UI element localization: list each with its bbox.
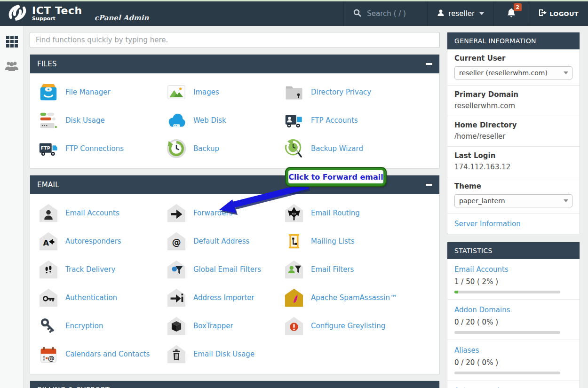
cpanel-admin-label: cPanel Admin bbox=[95, 14, 149, 22]
feature-label[interactable]: Track Delivery bbox=[65, 265, 115, 274]
feature-backup-wizard[interactable]: Backup Wizard bbox=[283, 135, 439, 163]
info-value: 174.112.163.12 bbox=[454, 163, 572, 171]
navbar-search[interactable]: Search ( / ) bbox=[343, 1, 427, 26]
theme-select[interactable]: paper_lantern bbox=[454, 194, 572, 207]
feature-label[interactable]: BoxTrapper bbox=[193, 322, 233, 330]
feature-label[interactable]: Address Importer bbox=[193, 293, 254, 302]
feature-label[interactable]: FTP Accounts bbox=[311, 116, 358, 125]
apps-grid-icon[interactable] bbox=[0, 31, 24, 52]
feature-label[interactable]: Email Filters bbox=[311, 265, 354, 274]
info-label: Home Directory bbox=[454, 121, 572, 129]
feature-global-email-filters[interactable]: Global Email Filters bbox=[165, 255, 283, 284]
left-rail bbox=[0, 26, 24, 388]
feature-encryption[interactable]: Encryption bbox=[37, 312, 165, 340]
server-information-row: Server Information bbox=[447, 213, 580, 234]
feature-label[interactable]: Directory Privacy bbox=[311, 88, 371, 96]
stat-label[interactable]: Addon Domains bbox=[454, 306, 510, 314]
feature-label[interactable]: Default Address bbox=[193, 237, 249, 245]
quick-find-input[interactable] bbox=[30, 32, 440, 48]
feature-file-manager[interactable]: File Manager bbox=[37, 78, 165, 106]
ftp-connections-icon: FTP bbox=[37, 137, 60, 160]
feature-label[interactable]: Email Routing bbox=[311, 209, 360, 217]
feature-label[interactable]: Backup Wizard bbox=[311, 144, 363, 153]
configure-greylisting-icon bbox=[283, 315, 305, 337]
feature-label[interactable]: Images bbox=[193, 88, 219, 96]
feature-backup[interactable]: Backup bbox=[165, 135, 283, 163]
feature-disk-usage[interactable]: Disk Usage bbox=[37, 106, 165, 135]
feature-web-disk[interactable]: Web Disk bbox=[165, 106, 283, 135]
feature-authentication[interactable]: Authentication bbox=[37, 284, 165, 312]
bell-icon: 2 bbox=[507, 8, 516, 19]
stat-value: 0 / 20 ( 0% ) bbox=[454, 358, 572, 367]
feature-apache-spamassassin[interactable]: Apache SpamAssassin™ bbox=[283, 284, 439, 312]
customers-icon[interactable] bbox=[0, 55, 24, 77]
svg-text:A: A bbox=[43, 238, 49, 247]
feature-label[interactable]: Configure Greylisting bbox=[311, 322, 385, 330]
stat-email-accounts: Email Accounts1 / 50 ( 2% ) bbox=[447, 259, 580, 299]
general-information-header: GENERAL INFORMATION bbox=[447, 32, 580, 49]
feature-email-disk-usage[interactable]: Email Disk Usage bbox=[165, 340, 283, 368]
calendars-contacts-icon: @ bbox=[37, 343, 60, 365]
feature-label[interactable]: Web Disk bbox=[193, 116, 226, 125]
server-information-link[interactable]: Server Information bbox=[454, 220, 521, 228]
user-menu[interactable]: reseller bbox=[427, 1, 493, 26]
search-label: Search ( / ) bbox=[367, 9, 406, 18]
feature-label[interactable]: Apache SpamAssassin™ bbox=[311, 293, 397, 302]
feature-label[interactable]: Global Email Filters bbox=[193, 265, 261, 274]
notification-badge: 2 bbox=[514, 3, 522, 11]
feature-label[interactable]: Autoresponders bbox=[65, 237, 121, 245]
stat-autoresponders: Autoresponders1 / ∞ bbox=[447, 380, 580, 388]
svg-text:@: @ bbox=[48, 355, 55, 362]
feature-ftp-connections[interactable]: FTPFTP Connections bbox=[37, 135, 165, 163]
feature-track-delivery[interactable]: Track Delivery bbox=[37, 255, 165, 284]
feature-label[interactable]: Email Disk Usage bbox=[193, 350, 254, 358]
sections: FILESFile ManagerImagesDirectory Privacy… bbox=[30, 54, 440, 388]
directory-privacy-icon bbox=[283, 81, 305, 103]
feature-label[interactable]: Calendars and Contacts bbox=[65, 350, 150, 358]
feature-email-accounts[interactable]: Email Accounts bbox=[37, 199, 165, 227]
panel-title: GENERAL INFORMATION bbox=[454, 37, 536, 45]
section-billing: BILLING & SUPPORT bbox=[30, 380, 440, 388]
select-value: reseller (resellerwhm.com) bbox=[459, 69, 548, 77]
feature-forwarders[interactable]: Forwarders bbox=[165, 199, 283, 227]
logout-label: LOGOUT bbox=[549, 10, 579, 17]
feature-directory-privacy[interactable]: Directory Privacy bbox=[283, 78, 439, 106]
feature-images[interactable]: Images bbox=[165, 78, 283, 106]
feature-email-routing[interactable]: Email Routing bbox=[283, 199, 439, 227]
stat-label[interactable]: Aliases bbox=[454, 346, 479, 355]
brand-logo[interactable]: ICT Tech Support cPanel Admin bbox=[0, 1, 155, 26]
feature-configure-greylisting[interactable]: Configure Greylisting bbox=[283, 312, 439, 340]
collapse-icon[interactable] bbox=[426, 184, 432, 186]
feature-boxtrapper[interactable]: BoxTrapper bbox=[165, 312, 283, 340]
feature-autoresponders[interactable]: AAutoresponders bbox=[37, 227, 165, 255]
info-field-home-directory: Home Directory/home/reseller bbox=[447, 116, 580, 146]
section-grid: File ManagerImagesDirectory PrivacyDisk … bbox=[30, 73, 439, 168]
feature-label[interactable]: Authentication bbox=[65, 293, 117, 302]
search-icon bbox=[353, 9, 361, 19]
feature-address-importer[interactable]: Address Importer bbox=[165, 284, 283, 312]
notifications-button[interactable]: 2 bbox=[493, 1, 529, 26]
statistics-header: STATISTICS bbox=[447, 242, 580, 259]
logout-button[interactable]: LOGOUT bbox=[529, 1, 588, 26]
logo-swoosh-icon bbox=[7, 3, 28, 24]
feature-label[interactable]: FTP Connections bbox=[65, 144, 124, 153]
feature-label[interactable]: Email Accounts bbox=[65, 209, 119, 217]
feature-calendars-and-contacts[interactable]: @Calendars and Contacts bbox=[37, 340, 165, 368]
mailing-lists-icon bbox=[283, 230, 305, 253]
stat-value: 1 / 50 ( 2% ) bbox=[454, 277, 572, 286]
feature-label[interactable]: Disk Usage bbox=[65, 116, 105, 125]
web-disk-icon bbox=[165, 109, 188, 132]
feature-ftp-accounts[interactable]: FTP Accounts bbox=[283, 106, 439, 135]
feature-label[interactable]: File Manager bbox=[65, 88, 111, 96]
feature-label[interactable]: Forwarders bbox=[193, 209, 233, 217]
feature-default-address[interactable]: @Default Address bbox=[165, 227, 283, 255]
stat-label[interactable]: Email Accounts bbox=[454, 265, 509, 274]
feature-label[interactable]: Backup bbox=[193, 144, 219, 153]
current-user-select[interactable]: reseller (resellerwhm.com) bbox=[454, 66, 572, 79]
stat-aliases: Aliases0 / 20 ( 0% ) bbox=[447, 340, 580, 380]
collapse-icon[interactable] bbox=[426, 63, 432, 65]
feature-mailing-lists[interactable]: Mailing Lists bbox=[283, 227, 439, 255]
feature-email-filters[interactable]: Email Filters bbox=[283, 255, 439, 284]
feature-label[interactable]: Encryption bbox=[65, 322, 103, 330]
feature-label[interactable]: Mailing Lists bbox=[311, 237, 354, 245]
